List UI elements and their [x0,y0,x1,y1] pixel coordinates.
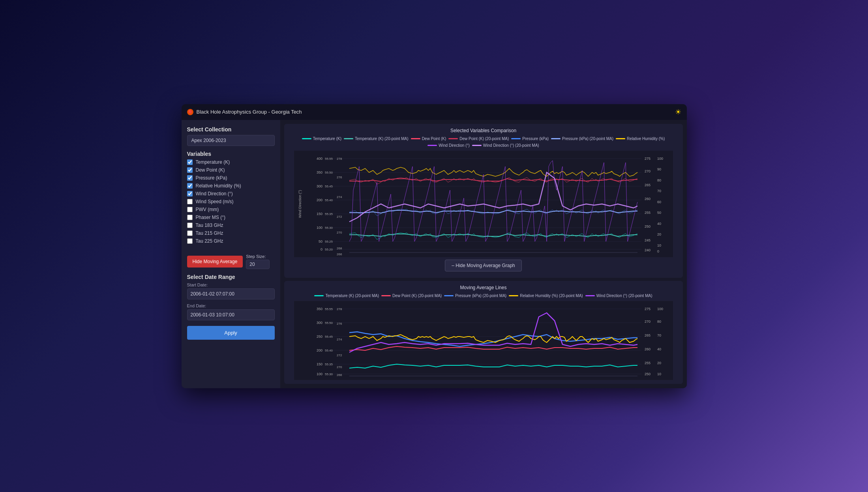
svg-text:278: 278 [337,157,342,161]
app-icon: 🔴 [187,109,193,115]
var-temperature-label: Temperature (K) [196,159,230,165]
main-content: Select Collection Apex 2006-2023 Variabl… [182,120,687,388]
legend-pressure-ma-label: Pressure (kPa) (20-point MA) [562,137,613,141]
var-tau183: Tau 183 GHz [187,223,275,228]
svg-text:55.25: 55.25 [325,240,333,243]
ma-controls: Hide Moving Average Step Size: [187,254,275,269]
var-phaser: Phaser MS (°) [187,215,275,220]
svg-text:200: 200 [316,198,322,202]
svg-text:55.40: 55.40 [325,349,333,352]
collection-select[interactable]: Apex 2006-2023 [187,135,275,146]
legend-temp-ma-label: Temperature (K) (20-point MA) [355,137,409,141]
var-pwv-checkbox[interactable] [187,207,193,212]
legend2-dew-ma-label: Dew Point (K) (20-point MA) [392,294,442,298]
svg-text:60: 60 [657,200,661,204]
svg-text:10: 10 [657,243,661,247]
var-pressure-checkbox[interactable] [187,175,193,181]
legend2-dew-ma-color [381,295,391,296]
svg-text:40: 40 [657,347,661,351]
svg-text:255: 255 [645,361,651,365]
start-date-input[interactable] [187,288,275,299]
var-wind-speed-checkbox[interactable] [187,199,193,204]
var-wind-direction: Wind Direction (°) [187,191,275,196]
var-tau225-checkbox[interactable] [187,238,193,244]
select-collection-label: Select Collection [187,126,275,133]
var-wind-direction-checkbox[interactable] [187,191,193,196]
legend-wind-ma: Wind Direction (°) (20-point MA) [472,143,539,148]
svg-text:55.55: 55.55 [325,157,333,161]
svg-text:10: 10 [657,372,661,376]
svg-text:276: 276 [337,176,342,179]
variables-label: Variables [187,151,275,157]
step-size-container: Step Size: [246,254,270,269]
svg-text:20: 20 [657,361,661,365]
svg-text:265: 265 [645,183,651,187]
svg-text:400: 400 [316,157,322,161]
var-tau215-label: Tau 215 GHz [196,230,223,236]
svg-text:100: 100 [316,226,322,230]
var-phaser-checkbox[interactable] [187,215,193,220]
legend2-wind-ma-label: Wind Direction (°) (20-point MA) [596,294,652,298]
svg-text:Wind Direction (°): Wind Direction (°) [298,190,302,218]
sidebar: Select Collection Apex 2006-2023 Variabl… [182,120,280,388]
svg-text:266: 266 [337,373,342,377]
legend-dew-label: Dew Point (K) [422,137,446,141]
svg-text:50: 50 [318,239,322,243]
var-pressure: Pressure (kPa) [187,175,275,181]
chart2-svg: 350 300 250 200 150 100 55.55 55.50 55.4… [289,301,678,380]
svg-text:70: 70 [657,333,661,337]
svg-text:150: 150 [316,362,322,366]
legend-temp-ma-color [344,138,353,139]
var-dew-point-checkbox[interactable] [187,167,193,173]
svg-text:276: 276 [337,322,342,326]
hide-ma-graph-button[interactable]: – Hide Moving Average Graph [445,260,522,271]
svg-text:274: 274 [337,338,342,341]
svg-text:55.50: 55.50 [325,321,333,325]
var-dew-point-label: Dew Point (K) [196,167,225,173]
svg-text:55.55: 55.55 [325,307,333,311]
end-date-label: End Date: [187,303,275,308]
chart2-svg-wrapper: 350 300 250 200 150 100 55.55 55.50 55.4… [289,301,678,380]
chart2-title: Moving Average Lines [289,285,678,290]
svg-text:270: 270 [337,365,342,369]
apply-button[interactable]: Apply [187,326,275,340]
step-size-label: Step Size: [246,254,270,259]
svg-text:250: 250 [645,372,651,376]
title-bar-left: 🔴 Black Hole Astrophysics Group - Georgi… [187,109,302,115]
svg-text:55.30: 55.30 [325,372,333,376]
legend-wind-label: Wind Direction (°) [439,143,469,148]
svg-text:270: 270 [645,320,651,324]
var-tau183-checkbox[interactable] [187,223,193,228]
legend-dew: Dew Point (K) [411,137,446,141]
legend-dew-ma-color [448,138,458,139]
svg-text:150: 150 [316,212,322,216]
var-tau215-checkbox[interactable] [187,230,193,236]
app-title: Black Hole Astrophysics Group - Georgia … [197,109,302,115]
legend-pressure-label: Pressure (kPa) [522,137,549,141]
chart2-container: Moving Average Lines Temperature (K) (20… [284,281,683,384]
collection-section: Select Collection Apex 2006-2023 [187,126,275,146]
end-date-input[interactable] [187,309,275,320]
legend-temp-ma: Temperature (K) (20-point MA) [344,137,409,141]
chart2-legend: Temperature (K) (20-point MA) Dew Point … [289,294,678,298]
chart1-container: Selected Variables Comparison Temperatur… [284,124,683,278]
title-bar: 🔴 Black Hole Astrophysics Group - Georgi… [182,104,687,120]
svg-text:265: 265 [645,333,651,337]
legend-pressure: Pressure (kPa) [511,137,549,141]
legend-humidity-label: Relative Humidity (%) [627,137,665,141]
var-humidity: Relative Humidity (%) [187,183,275,189]
var-temperature-checkbox[interactable] [187,159,193,165]
date-range-label: Select Date Range [187,274,275,280]
legend2-pressure-ma-label: Pressure (kPa) (20-point MA) [455,294,506,298]
hide-ma-button[interactable]: Hide Moving Average [187,256,243,268]
svg-text:250: 250 [316,335,322,339]
svg-text:55.50: 55.50 [325,171,333,174]
step-size-input[interactable] [246,260,270,269]
var-wind-direction-label: Wind Direction (°) [196,191,233,196]
svg-text:250: 250 [645,224,651,228]
var-tau183-label: Tau 183 GHz [196,223,223,228]
svg-text:55.45: 55.45 [325,335,333,339]
svg-text:90: 90 [657,167,661,171]
date-range-section: Select Date Range Start Date: End Date: … [187,274,275,340]
var-humidity-checkbox[interactable] [187,183,193,189]
